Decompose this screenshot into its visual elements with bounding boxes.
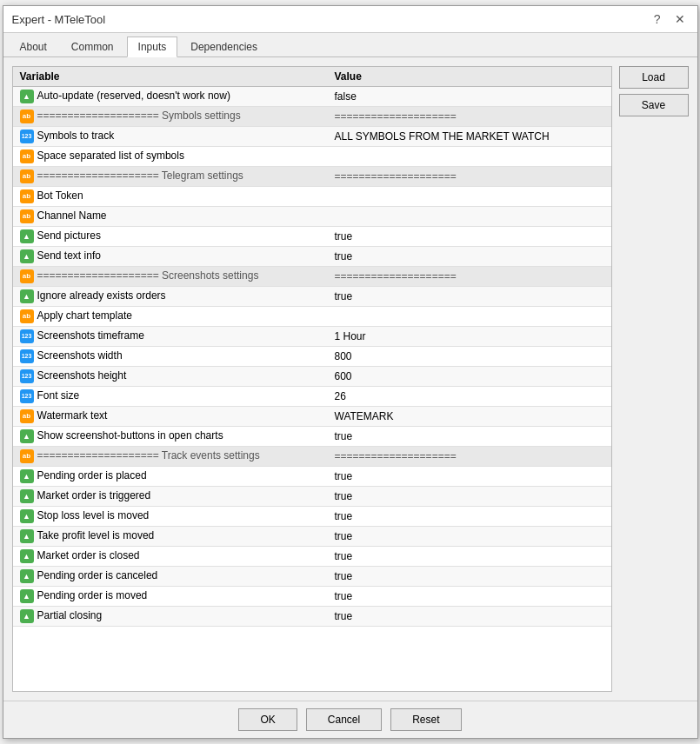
value-cell[interactable]: true [328, 607, 611, 627]
table-row[interactable]: ▲Take profit level is movedtrue [13, 527, 611, 547]
variable-cell: ab==================== Screenshots setti… [13, 267, 328, 287]
table-row[interactable]: ▲Auto-update (reserved, doesn't work now… [13, 87, 611, 107]
row-icon: ▲ [20, 289, 34, 303]
value-cell[interactable]: 1 Hour [328, 327, 611, 347]
variable-cell: ▲Pending order is moved [13, 587, 328, 607]
reset-button[interactable]: Reset [390, 708, 461, 731]
variable-name: Ignore already exists orders [37, 289, 166, 302]
variable-name: Send text info [37, 249, 101, 262]
help-button[interactable]: ? [650, 11, 664, 27]
table-row[interactable]: ab==================== Telegram settings… [13, 167, 611, 187]
variable-cell: ▲Auto-update (reserved, doesn't work now… [13, 87, 328, 107]
table-row[interactable]: ab==================== Symbols settings=… [13, 107, 611, 127]
variable-cell: 123Symbols to track [13, 127, 328, 147]
value-cell[interactable]: true [328, 247, 611, 267]
row-icon: ab [20, 449, 34, 463]
value-cell[interactable]: ==================== [328, 167, 611, 187]
table-row[interactable]: 123Screenshots timeframe1 Hour [13, 327, 611, 347]
variable-cell: 123Screenshots height [13, 367, 328, 387]
table-row[interactable]: 123Screenshots width800 [13, 347, 611, 367]
value-cell[interactable]: true [328, 287, 611, 307]
value-cell[interactable]: ALL SYMBOLS FROM THE MARKET WATCH [328, 127, 611, 147]
table-row[interactable]: ▲Send text infotrue [13, 247, 611, 267]
variable-cell: ▲Ignore already exists orders [13, 287, 328, 307]
row-icon: 123 [20, 369, 34, 383]
row-icon: ▲ [20, 589, 34, 603]
value-cell[interactable]: true [328, 527, 611, 547]
row-icon: ab [20, 409, 34, 423]
value-cell[interactable]: false [328, 87, 611, 107]
value-cell[interactable]: true [328, 587, 611, 607]
tab-about[interactable]: About [9, 37, 58, 56]
table-row[interactable]: abBot Token [13, 187, 611, 207]
variable-name: Space separated list of symbols [37, 149, 184, 162]
table-row[interactable]: ▲Partial closingtrue [13, 607, 611, 627]
variable-name: Font size [37, 389, 80, 402]
save-button[interactable]: Save [619, 94, 689, 116]
value-cell[interactable] [328, 307, 611, 327]
variable-cell: ▲Market order is closed [13, 547, 328, 567]
tab-inputs[interactable]: Inputs [127, 37, 178, 57]
col-variable: Variable [13, 67, 328, 87]
table-row[interactable]: 123Symbols to trackALL SYMBOLS FROM THE … [13, 127, 611, 147]
cancel-button[interactable]: Cancel [306, 708, 382, 731]
close-button[interactable]: ✕ [671, 11, 689, 27]
variable-name: Symbols to track [37, 130, 115, 142]
variable-cell: ab==================== Telegram settings [13, 167, 328, 187]
table-row[interactable]: ▲Show screenshot-buttons in open chartst… [13, 427, 611, 447]
value-cell[interactable]: true [328, 507, 611, 527]
table-row[interactable]: ▲Stop loss level is movedtrue [13, 507, 611, 527]
load-button[interactable]: Load [619, 66, 689, 89]
value-cell[interactable] [328, 147, 611, 167]
table-row[interactable]: ▲Pending order is movedtrue [13, 587, 611, 607]
variable-name: Screenshots width [37, 349, 123, 362]
table-row[interactable]: ▲Market order is closedtrue [13, 547, 611, 567]
table-row[interactable]: ▲Market order is triggeredtrue [13, 487, 611, 507]
table-row[interactable]: ab==================== Screenshots setti… [13, 267, 611, 287]
value-cell[interactable] [328, 207, 611, 227]
table-row[interactable]: ab==================== Track events sett… [13, 447, 611, 467]
inputs-table-container: Variable Value ▲Auto-update (reserved, d… [12, 66, 612, 692]
table-row[interactable]: 123Font size26 [13, 387, 611, 407]
variable-name: Send pictures [37, 229, 101, 242]
table-row[interactable]: 123Screenshots height600 [13, 367, 611, 387]
value-cell[interactable]: true [328, 547, 611, 567]
value-cell[interactable]: 800 [328, 347, 611, 367]
variable-cell: 123Screenshots timeframe [13, 327, 328, 347]
table-row[interactable]: ▲Pending order is placedtrue [13, 467, 611, 487]
variable-cell: ▲Send text info [13, 247, 328, 267]
value-cell[interactable]: true [328, 427, 611, 447]
variable-name: Pending order is canceled [37, 569, 158, 581]
value-cell[interactable]: ==================== [328, 107, 611, 127]
row-icon: ▲ [20, 229, 34, 243]
value-cell[interactable]: ==================== [328, 267, 611, 287]
table-row[interactable]: ▲Ignore already exists orderstrue [13, 287, 611, 307]
value-cell[interactable]: true [328, 467, 611, 487]
tab-common[interactable]: Common [60, 37, 125, 56]
value-cell[interactable]: true [328, 567, 611, 587]
value-cell[interactable] [328, 187, 611, 207]
value-cell[interactable]: 600 [328, 367, 611, 387]
ok-button[interactable]: OK [238, 708, 297, 731]
variable-name: Pending order is placed [37, 469, 147, 482]
table-row[interactable]: ▲Send picturestrue [13, 227, 611, 247]
table-row[interactable]: ▲Pending order is canceledtrue [13, 567, 611, 587]
row-icon: ▲ [20, 609, 34, 623]
variable-cell: ab==================== Symbols settings [13, 107, 328, 127]
value-cell[interactable]: 26 [328, 387, 611, 407]
row-icon: ▲ [20, 569, 34, 583]
table-row[interactable]: abWatermark textWATEMARK [13, 407, 611, 427]
value-cell[interactable]: true [328, 487, 611, 507]
table-row[interactable]: abChannel Name [13, 207, 611, 227]
tab-dependencies[interactable]: Dependencies [179, 37, 269, 56]
row-icon: ▲ [20, 90, 34, 103]
value-cell[interactable]: ==================== [328, 447, 611, 467]
value-cell[interactable]: WATEMARK [328, 407, 611, 427]
variable-name: Channel Name [37, 209, 107, 222]
variable-name: Screenshots timeframe [37, 329, 144, 342]
table-row[interactable]: abSpace separated list of symbols [13, 147, 611, 167]
table-row[interactable]: abApply chart template [13, 307, 611, 327]
value-cell[interactable]: true [328, 227, 611, 247]
variable-cell: abBot Token [13, 187, 328, 207]
variable-cell: abApply chart template [13, 307, 328, 327]
